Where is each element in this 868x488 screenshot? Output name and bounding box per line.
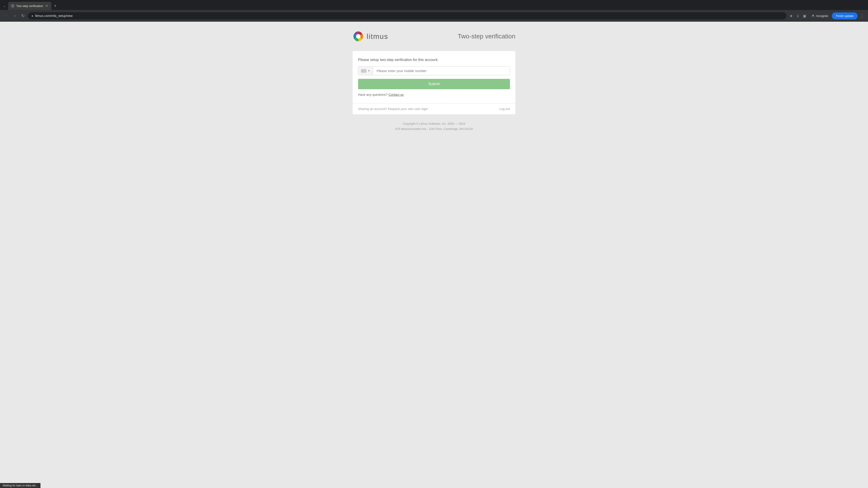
active-tab[interactable]: Two-step verification ✕ [8,2,51,10]
status-text: Waiting for bam.nr-data.net... [3,484,38,487]
logo-text: litmus [367,32,388,41]
card-footer: Sharing an account? Request your own use… [352,103,515,114]
page-title: Two-step verification [458,33,515,40]
forward-button[interactable]: → [11,12,18,20]
sidebar-button[interactable]: ▣ [802,12,808,20]
tab-bar: ⌄ Two-step verification ✕ + [0,0,868,10]
browser-chrome: ⌄ Two-step verification ✕ + ← → ↻ ● litm… [0,0,868,22]
litmus-logo-icon [352,31,364,42]
svg-point-3 [356,34,361,39]
logout-button[interactable]: Log out [499,107,510,111]
sharing-text: Sharing an account? Request your own use… [358,107,428,111]
svg-point-0 [11,4,14,7]
page-header: litmus Two-step verification [352,31,515,42]
url-text: litmus.com/mfa_setup/new [35,14,783,18]
url-bar[interactable]: ● litmus.com/mfa_setup/new [28,12,786,20]
country-selector[interactable]: ▼ [358,67,373,75]
flag-placeholder [361,69,366,73]
phone-input[interactable] [373,67,510,75]
questions-text: Have any questions? [358,93,388,96]
card-description: Please setup two-step verification for t… [358,58,510,62]
logo-area: litmus [352,31,388,42]
footer-line2: 675 Massachusetts Ave., 11th Floor, Camb… [395,126,473,131]
verification-card: Please setup two-step verification for t… [352,51,515,114]
more-options-button[interactable]: ⋮ [859,12,865,20]
new-tab-button[interactable]: + [52,2,59,9]
submit-button[interactable]: Submit [358,79,510,89]
contact-us-link[interactable]: Contact us [389,93,404,96]
dropdown-arrow-icon: ▼ [368,70,370,72]
bookmark-button[interactable]: ★ [788,12,794,20]
tab-close-button[interactable]: ✕ [45,4,49,8]
tab-favicon [11,4,14,8]
status-bar: Waiting for bam.nr-data.net... [0,483,40,488]
reload-button[interactable]: ↻ [20,12,26,20]
toolbar-actions: ★ ⇓ ▣ Incognito Finish update ⋮ [788,12,865,20]
download-button[interactable]: ⇓ [795,12,801,20]
incognito-badge: Incognito [809,13,831,19]
secure-icon: ● [31,14,33,18]
questions-row: Have any questions? Contact us [358,93,510,96]
incognito-label: Incognito [816,14,828,18]
footer-line1: Copyright © Litmus Software, Inc. 2005 —… [395,121,473,126]
page-footer: Copyright © Litmus Software, Inc. 2005 —… [395,121,473,132]
phone-input-row: ▼ [358,66,510,75]
finish-update-button[interactable]: Finish update [832,12,858,20]
card-body: Please setup two-step verification for t… [352,51,515,103]
toolbar: ← → ↻ ● litmus.com/mfa_setup/new ★ ⇓ ▣ I… [0,10,868,22]
back-button[interactable]: ← [3,12,9,20]
tab-title: Two-step verification [16,4,43,8]
page-content: litmus Two-step verification Please setu… [0,22,868,488]
tab-list-arrow[interactable]: ⌄ [2,3,7,8]
